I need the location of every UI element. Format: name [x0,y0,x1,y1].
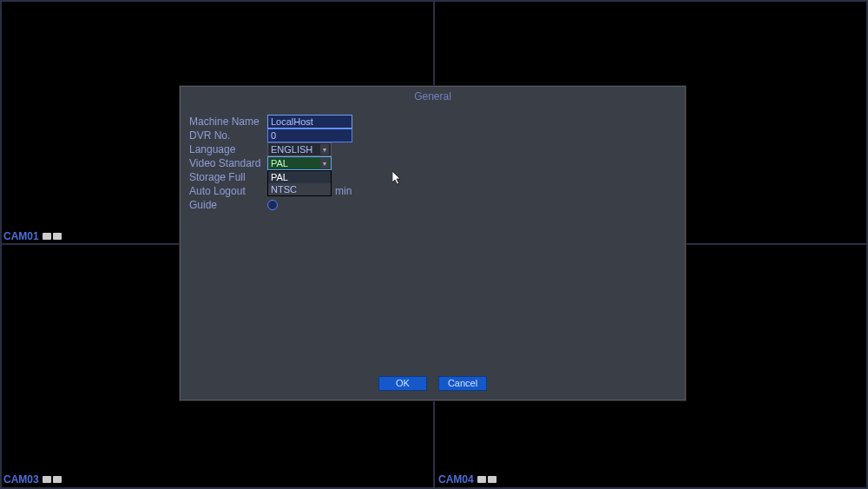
ok-button[interactable]: OK [378,376,427,391]
dialog-title: General [181,87,685,106]
dvr-no-value: 0 [271,130,276,141]
label-guide: Guide [189,199,267,211]
camera-4-status-icons [477,476,496,483]
cancel-button[interactable]: Cancel [438,376,487,391]
label-auto-logout: Auto Logout [189,185,267,197]
audio-icon [43,233,51,240]
record-icon [53,233,62,240]
row-video-standard: Video Standard PAL ▼ PAL NTSC [189,156,676,170]
auto-logout-unit: min [335,185,352,197]
audio-icon [43,476,51,483]
label-storage-full: Storage Full [189,171,267,183]
guide-checkbox[interactable] [267,200,278,210]
row-auto-logout: Auto Logout min [189,184,676,198]
machine-name-input[interactable]: LocalHost [267,115,352,129]
dropdown-option-pal[interactable]: PAL [268,171,331,183]
camera-4-text: CAM04 [438,473,474,486]
chevron-down-icon: ▼ [320,158,329,169]
video-standard-dropdown: PAL NTSC [267,170,332,196]
camera-1-status-icons [43,233,62,240]
dialog-button-bar: OK Cancel [181,376,685,391]
row-language: Language ENGLISH ▼ [189,142,676,156]
chevron-down-icon: ▼ [320,144,329,155]
video-standard-select[interactable]: PAL ▼ [267,156,332,170]
machine-name-value: LocalHost [271,116,313,127]
camera-label-4: CAM04 [438,473,496,486]
label-language: Language [189,143,267,155]
row-machine-name: Machine Name LocalHost [189,115,676,129]
label-machine-name: Machine Name [189,116,267,128]
general-settings-dialog: General Machine Name LocalHost DVR No. 0… [180,86,686,400]
language-value: ENGLISH [271,144,312,155]
camera-label-1: CAM01 [3,230,62,242]
camera-1-text: CAM01 [3,230,39,242]
camera-label-3: CAM03 [3,473,62,486]
row-storage-full: Storage Full [189,170,676,184]
dvr-no-input[interactable]: 0 [267,129,352,142]
form-area: Machine Name LocalHost DVR No. 0 Languag… [181,106,685,212]
record-icon [53,476,62,483]
label-dvr-no: DVR No. [189,129,267,142]
record-icon [488,476,496,483]
dropdown-option-ntsc[interactable]: NTSC [268,183,331,195]
row-guide: Guide [189,198,676,212]
language-select[interactable]: ENGLISH ▼ [267,142,332,156]
row-dvr-no: DVR No. 0 [189,129,676,142]
camera-3-text: CAM03 [3,473,39,486]
video-standard-value: PAL [271,158,288,169]
audio-icon [477,476,486,483]
camera-3-status-icons [43,476,62,483]
label-video-standard: Video Standard [189,157,267,169]
